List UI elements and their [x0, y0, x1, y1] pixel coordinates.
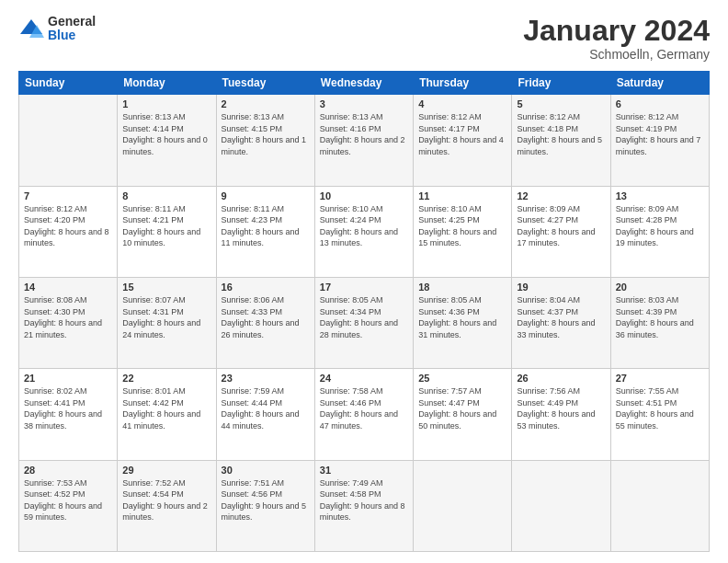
day-number: 10: [320, 190, 408, 201]
page: General Blue January 2024 Schmoelln, Ger…: [0, 0, 728, 563]
location-subtitle: Schmoelln, Germany: [523, 47, 710, 62]
day-cell-4-5: 25Sunrise: 7:57 AMSunset: 4:47 PMDayligh…: [414, 369, 512, 460]
day-number: 25: [418, 373, 506, 384]
day-cell-2-5: 11Sunrise: 8:10 AMSunset: 4:25 PMDayligh…: [414, 186, 512, 277]
day-number: 5: [517, 98, 605, 109]
title-block: January 2024 Schmoelln, Germany: [523, 15, 710, 62]
day-number: 3: [320, 98, 408, 109]
day-cell-3-2: 15Sunrise: 8:07 AMSunset: 4:31 PMDayligh…: [118, 277, 216, 368]
day-cell-2-6: 12Sunrise: 8:09 AMSunset: 4:27 PMDayligh…: [512, 186, 610, 277]
day-number: 17: [320, 282, 408, 293]
day-info: Sunrise: 8:02 AMSunset: 4:41 PMDaylight:…: [24, 385, 112, 431]
day-cell-5-3: 30Sunrise: 7:51 AMSunset: 4:56 PMDayligh…: [216, 460, 314, 551]
day-cell-5-6: [512, 460, 610, 551]
day-info: Sunrise: 8:09 AMSunset: 4:27 PMDaylight:…: [517, 203, 605, 249]
day-number: 11: [418, 190, 506, 201]
day-info: Sunrise: 8:12 AMSunset: 4:20 PMDaylight:…: [24, 203, 112, 249]
header-cell-sunday: Sunday: [19, 72, 118, 95]
calendar-header: SundayMondayTuesdayWednesdayThursdayFrid…: [19, 72, 710, 95]
day-info: Sunrise: 8:13 AMSunset: 4:14 PMDaylight:…: [122, 111, 210, 157]
day-info: Sunrise: 7:55 AMSunset: 4:51 PMDaylight:…: [616, 385, 704, 431]
week-row-5: 28Sunrise: 7:53 AMSunset: 4:52 PMDayligh…: [19, 460, 710, 551]
day-info: Sunrise: 7:51 AMSunset: 4:56 PMDaylight:…: [222, 477, 310, 523]
day-number: 2: [222, 98, 310, 109]
day-cell-4-2: 22Sunrise: 8:01 AMSunset: 4:42 PMDayligh…: [118, 369, 216, 460]
day-number: 15: [122, 282, 210, 293]
day-number: 6: [616, 98, 704, 109]
day-cell-2-2: 8Sunrise: 8:11 AMSunset: 4:21 PMDaylight…: [118, 186, 216, 277]
day-cell-3-3: 16Sunrise: 8:06 AMSunset: 4:33 PMDayligh…: [216, 277, 314, 368]
day-info: Sunrise: 7:58 AMSunset: 4:46 PMDaylight:…: [320, 385, 408, 431]
day-cell-1-3: 2Sunrise: 8:13 AMSunset: 4:15 PMDaylight…: [216, 95, 314, 186]
header-cell-tuesday: Tuesday: [216, 72, 314, 95]
day-info: Sunrise: 8:10 AMSunset: 4:25 PMDaylight:…: [418, 203, 506, 249]
day-info: Sunrise: 8:13 AMSunset: 4:16 PMDaylight:…: [320, 111, 408, 157]
day-cell-1-4: 3Sunrise: 8:13 AMSunset: 4:16 PMDaylight…: [314, 95, 413, 186]
day-cell-4-6: 26Sunrise: 7:56 AMSunset: 4:49 PMDayligh…: [512, 369, 610, 460]
day-number: 26: [517, 373, 605, 384]
calendar-body: 1Sunrise: 8:13 AMSunset: 4:14 PMDaylight…: [19, 95, 710, 552]
day-cell-2-3: 9Sunrise: 8:11 AMSunset: 4:23 PMDaylight…: [216, 186, 314, 277]
day-number: 24: [320, 373, 408, 384]
logo-blue-text: Blue: [48, 29, 96, 42]
day-info: Sunrise: 7:52 AMSunset: 4:54 PMDaylight:…: [122, 477, 210, 523]
day-cell-3-5: 18Sunrise: 8:05 AMSunset: 4:36 PMDayligh…: [414, 277, 512, 368]
day-cell-5-5: [414, 460, 512, 551]
day-number: 23: [222, 373, 310, 384]
day-info: Sunrise: 8:12 AMSunset: 4:19 PMDaylight:…: [616, 111, 704, 157]
day-cell-4-7: 27Sunrise: 7:55 AMSunset: 4:51 PMDayligh…: [610, 369, 709, 460]
day-number: 31: [320, 465, 408, 476]
day-info: Sunrise: 8:01 AMSunset: 4:42 PMDaylight:…: [122, 385, 210, 431]
header-cell-wednesday: Wednesday: [314, 72, 413, 95]
day-cell-2-7: 13Sunrise: 8:09 AMSunset: 4:28 PMDayligh…: [610, 186, 709, 277]
header-cell-thursday: Thursday: [414, 72, 512, 95]
day-number: 27: [616, 373, 704, 384]
week-row-2: 7Sunrise: 8:12 AMSunset: 4:20 PMDaylight…: [19, 186, 710, 277]
day-info: Sunrise: 8:10 AMSunset: 4:24 PMDaylight:…: [320, 203, 408, 249]
day-cell-1-7: 6Sunrise: 8:12 AMSunset: 4:19 PMDaylight…: [610, 95, 709, 186]
day-number: 18: [418, 282, 506, 293]
day-number: 28: [24, 465, 112, 476]
day-cell-5-1: 28Sunrise: 7:53 AMSunset: 4:52 PMDayligh…: [19, 460, 118, 551]
day-cell-1-5: 4Sunrise: 8:12 AMSunset: 4:17 PMDaylight…: [414, 95, 512, 186]
logo-text: General Blue: [48, 15, 96, 43]
day-number: 13: [616, 190, 704, 201]
logo: General Blue: [18, 15, 96, 43]
day-info: Sunrise: 7:53 AMSunset: 4:52 PMDaylight:…: [24, 477, 112, 523]
day-cell-3-1: 14Sunrise: 8:08 AMSunset: 4:30 PMDayligh…: [19, 277, 118, 368]
header-cell-monday: Monday: [118, 72, 216, 95]
day-info: Sunrise: 8:12 AMSunset: 4:17 PMDaylight:…: [418, 111, 506, 157]
header-cell-friday: Friday: [512, 72, 610, 95]
day-info: Sunrise: 7:57 AMSunset: 4:47 PMDaylight:…: [418, 385, 506, 431]
day-info: Sunrise: 8:13 AMSunset: 4:15 PMDaylight:…: [222, 111, 310, 157]
week-row-4: 21Sunrise: 8:02 AMSunset: 4:41 PMDayligh…: [19, 369, 710, 460]
day-number: 4: [418, 98, 506, 109]
day-number: 30: [222, 465, 310, 476]
day-cell-5-4: 31Sunrise: 7:49 AMSunset: 4:58 PMDayligh…: [314, 460, 413, 551]
day-cell-3-7: 20Sunrise: 8:03 AMSunset: 4:39 PMDayligh…: [610, 277, 709, 368]
day-cell-1-6: 5Sunrise: 8:12 AMSunset: 4:18 PMDaylight…: [512, 95, 610, 186]
day-number: 29: [122, 465, 210, 476]
day-info: Sunrise: 8:05 AMSunset: 4:36 PMDaylight:…: [418, 294, 506, 340]
day-info: Sunrise: 8:03 AMSunset: 4:39 PMDaylight:…: [616, 294, 704, 340]
calendar-table: SundayMondayTuesdayWednesdayThursdayFrid…: [18, 71, 710, 552]
day-cell-3-4: 17Sunrise: 8:05 AMSunset: 4:34 PMDayligh…: [314, 277, 413, 368]
header-cell-saturday: Saturday: [610, 72, 709, 95]
day-number: 1: [122, 98, 210, 109]
day-info: Sunrise: 8:08 AMSunset: 4:30 PMDaylight:…: [24, 294, 112, 340]
day-number: 20: [616, 282, 704, 293]
day-cell-2-1: 7Sunrise: 8:12 AMSunset: 4:20 PMDaylight…: [19, 186, 118, 277]
day-info: Sunrise: 8:12 AMSunset: 4:18 PMDaylight:…: [517, 111, 605, 157]
day-cell-1-2: 1Sunrise: 8:13 AMSunset: 4:14 PMDaylight…: [118, 95, 216, 186]
day-cell-4-4: 24Sunrise: 7:58 AMSunset: 4:46 PMDayligh…: [314, 369, 413, 460]
day-number: 21: [24, 373, 112, 384]
day-info: Sunrise: 8:07 AMSunset: 4:31 PMDaylight:…: [122, 294, 210, 340]
day-info: Sunrise: 8:06 AMSunset: 4:33 PMDaylight:…: [222, 294, 310, 340]
day-cell-2-4: 10Sunrise: 8:10 AMSunset: 4:24 PMDayligh…: [314, 186, 413, 277]
logo-general-text: General: [48, 15, 96, 29]
day-info: Sunrise: 7:49 AMSunset: 4:58 PMDaylight:…: [320, 477, 408, 523]
day-info: Sunrise: 7:56 AMSunset: 4:49 PMDaylight:…: [517, 385, 605, 431]
day-cell-4-1: 21Sunrise: 8:02 AMSunset: 4:41 PMDayligh…: [19, 369, 118, 460]
day-cell-3-6: 19Sunrise: 8:04 AMSunset: 4:37 PMDayligh…: [512, 277, 610, 368]
day-cell-5-2: 29Sunrise: 7:52 AMSunset: 4:54 PMDayligh…: [118, 460, 216, 551]
